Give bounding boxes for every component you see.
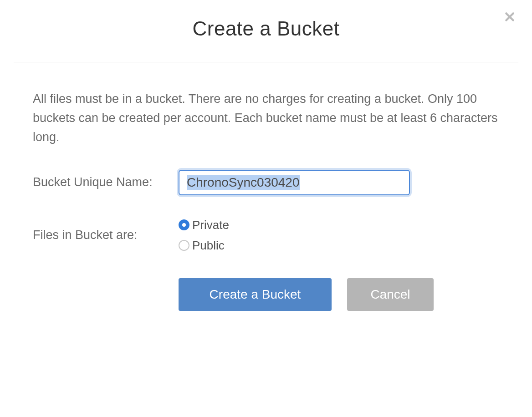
- radio-private[interactable]: Private: [179, 218, 229, 232]
- modal-header: Create a Bucket: [14, 0, 518, 62]
- visibility-radio-group: Private Public: [179, 218, 229, 253]
- button-row: Create a Bucket Cancel: [179, 278, 499, 311]
- radio-public-label: Public: [192, 239, 225, 253]
- files-visibility-label: Files in Bucket are:: [33, 218, 179, 242]
- files-visibility-row: Files in Bucket are: Private Public: [33, 214, 499, 253]
- bucket-name-row: Bucket Unique Name:: [33, 170, 499, 195]
- create-bucket-button[interactable]: Create a Bucket: [179, 278, 332, 311]
- radio-checked-icon: [179, 219, 189, 230]
- modal-title: Create a Bucket: [14, 17, 518, 40]
- cancel-button[interactable]: Cancel: [347, 278, 434, 311]
- close-icon: [504, 11, 516, 23]
- create-bucket-modal: Create a Bucket All files must be in a b…: [0, 0, 532, 311]
- modal-description: All files must be in a bucket. There are…: [33, 90, 499, 147]
- close-button[interactable]: [501, 8, 518, 25]
- radio-private-label: Private: [192, 218, 229, 232]
- radio-unchecked-icon: [179, 240, 189, 251]
- modal-body: All files must be in a bucket. There are…: [0, 62, 532, 311]
- radio-public[interactable]: Public: [179, 239, 229, 253]
- bucket-name-label: Bucket Unique Name:: [33, 175, 179, 189]
- bucket-name-input[interactable]: [179, 170, 410, 195]
